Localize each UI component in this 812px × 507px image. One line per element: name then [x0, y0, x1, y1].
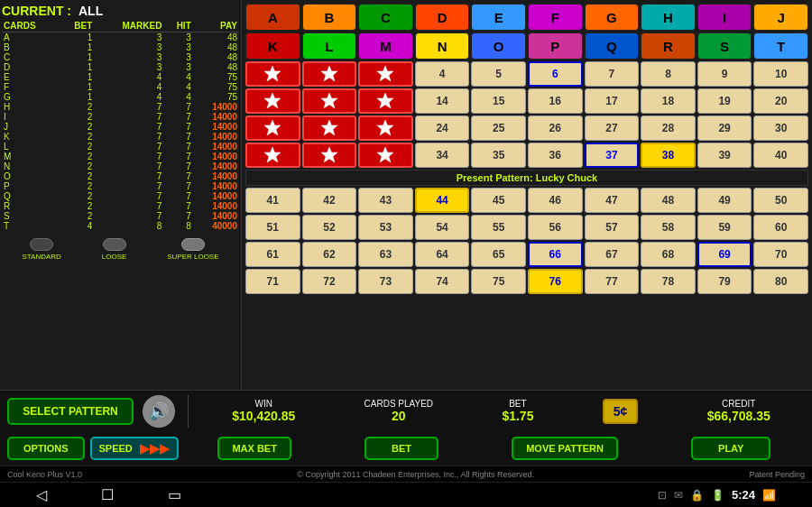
num-cell[interactable]: 41	[245, 188, 300, 213]
select-pattern-button[interactable]: SELECT PATTERN	[7, 398, 134, 425]
num-cell[interactable]: 57	[585, 215, 640, 240]
num-cell[interactable]: 55	[471, 215, 526, 240]
back-icon[interactable]: ◁	[36, 486, 47, 503]
num-cell[interactable]	[302, 115, 357, 141]
num-cell[interactable]	[358, 61, 413, 87]
num-cell[interactable]: 18	[641, 88, 696, 114]
num-cell[interactable]: 79	[697, 269, 752, 294]
letter-cell[interactable]: A	[245, 4, 300, 31]
num-cell[interactable]: 73	[358, 269, 413, 294]
num-cell[interactable]: 74	[415, 269, 470, 294]
letter-cell[interactable]: G	[585, 4, 640, 31]
num-cell[interactable]: 15	[471, 88, 526, 114]
num-cell[interactable]: 8	[641, 61, 696, 87]
num-cell[interactable]: 59	[697, 215, 752, 240]
num-cell[interactable]: 80	[753, 269, 808, 294]
num-cell[interactable]: 10	[753, 61, 808, 87]
num-cell[interactable]: 75	[471, 269, 526, 294]
num-cell[interactable]: 27	[585, 115, 640, 141]
num-cell[interactable]: 64	[415, 242, 470, 267]
num-cell[interactable]: 45	[471, 188, 526, 213]
num-cell[interactable]: 42	[302, 188, 357, 213]
num-cell[interactable]: 40	[753, 143, 808, 168]
super-loose-btn[interactable]	[181, 238, 205, 251]
num-cell[interactable]: 35	[471, 143, 526, 168]
letter-cell[interactable]: C	[358, 4, 413, 31]
letter-cell[interactable]: P	[528, 32, 583, 60]
letter-cell[interactable]: Q	[585, 32, 640, 60]
num-cell[interactable]	[358, 88, 413, 114]
num-cell[interactable]: 67	[585, 242, 640, 267]
num-cell[interactable]: 29	[697, 115, 752, 141]
num-cell[interactable]: 44	[415, 188, 470, 213]
standard-btn[interactable]	[30, 238, 53, 251]
letter-cell[interactable]: B	[302, 4, 357, 31]
num-cell[interactable]: 56	[528, 215, 583, 240]
num-cell[interactable]: 34	[415, 143, 470, 168]
letter-cell[interactable]: E	[471, 4, 526, 31]
num-cell[interactable]	[245, 88, 300, 114]
num-cell[interactable]: 17	[585, 88, 640, 114]
num-cell[interactable]: 50	[753, 188, 808, 213]
num-cell[interactable]	[302, 143, 357, 168]
num-cell[interactable]: 26	[528, 115, 583, 141]
num-cell[interactable]: 5	[471, 61, 526, 87]
num-cell[interactable]: 16	[528, 88, 583, 114]
speaker-icon[interactable]: 🔊	[143, 395, 175, 428]
play-button[interactable]: PLAY	[691, 437, 770, 460]
num-cell[interactable]	[302, 61, 357, 87]
num-cell[interactable]: 46	[528, 188, 583, 213]
num-cell[interactable]: 6	[528, 61, 583, 87]
num-cell[interactable]: 39	[697, 143, 752, 168]
num-cell[interactable]: 72	[302, 269, 357, 294]
num-cell[interactable]: 62	[302, 242, 357, 267]
move-pattern-button[interactable]: MOVE PATTERN	[512, 437, 618, 460]
letter-cell[interactable]: I	[697, 4, 752, 31]
num-cell[interactable]: 14	[415, 88, 470, 114]
num-cell[interactable]: 76	[528, 269, 583, 294]
num-cell[interactable]: 38	[641, 143, 696, 168]
letter-cell[interactable]: K	[245, 32, 300, 60]
num-cell[interactable]: 30	[753, 115, 808, 141]
num-cell[interactable]	[245, 61, 300, 87]
num-cell[interactable]: 7	[585, 61, 640, 87]
num-cell[interactable]: 9	[697, 61, 752, 87]
num-cell[interactable]: 37	[585, 143, 640, 168]
num-cell[interactable]: 48	[641, 188, 696, 213]
bet-button[interactable]: BET	[364, 437, 438, 460]
num-cell[interactable]: 25	[471, 115, 526, 141]
num-cell[interactable]: 78	[641, 269, 696, 294]
num-cell[interactable]	[302, 88, 357, 114]
num-cell[interactable]: 20	[753, 88, 808, 114]
num-cell[interactable]: 60	[753, 215, 808, 240]
num-cell[interactable]: 47	[585, 188, 640, 213]
options-button[interactable]: OPTIONS	[7, 437, 85, 460]
num-cell[interactable]	[245, 143, 300, 168]
num-cell[interactable]: 61	[245, 242, 300, 267]
letter-cell[interactable]: S	[697, 32, 752, 60]
num-cell[interactable]: 19	[697, 88, 752, 114]
num-cell[interactable]: 71	[245, 269, 300, 294]
num-cell[interactable]: 4	[415, 61, 470, 87]
letter-cell[interactable]: H	[641, 4, 696, 31]
num-cell[interactable]: 52	[302, 215, 357, 240]
num-cell[interactable]: 70	[753, 242, 808, 267]
num-cell[interactable]	[245, 115, 300, 141]
home-icon[interactable]: ☐	[101, 486, 114, 503]
letter-cell[interactable]: N	[415, 32, 470, 60]
recent-icon[interactable]: ▭	[168, 486, 181, 503]
num-cell[interactable]: 43	[358, 188, 413, 213]
num-cell[interactable]: 77	[585, 269, 640, 294]
num-cell[interactable]: 58	[641, 215, 696, 240]
num-cell[interactable]	[358, 143, 413, 168]
letter-cell[interactable]: O	[471, 32, 526, 60]
num-cell[interactable]: 66	[528, 242, 583, 267]
num-cell[interactable]: 54	[415, 215, 470, 240]
num-cell[interactable]: 36	[528, 143, 583, 168]
loose-btn[interactable]	[103, 238, 126, 251]
num-cell[interactable]: 24	[415, 115, 470, 141]
num-cell[interactable]: 69	[697, 242, 752, 267]
speed-button[interactable]: SPEED	[92, 438, 140, 458]
num-cell[interactable]: 51	[245, 215, 300, 240]
max-bet-button[interactable]: MAX BET	[217, 437, 291, 460]
